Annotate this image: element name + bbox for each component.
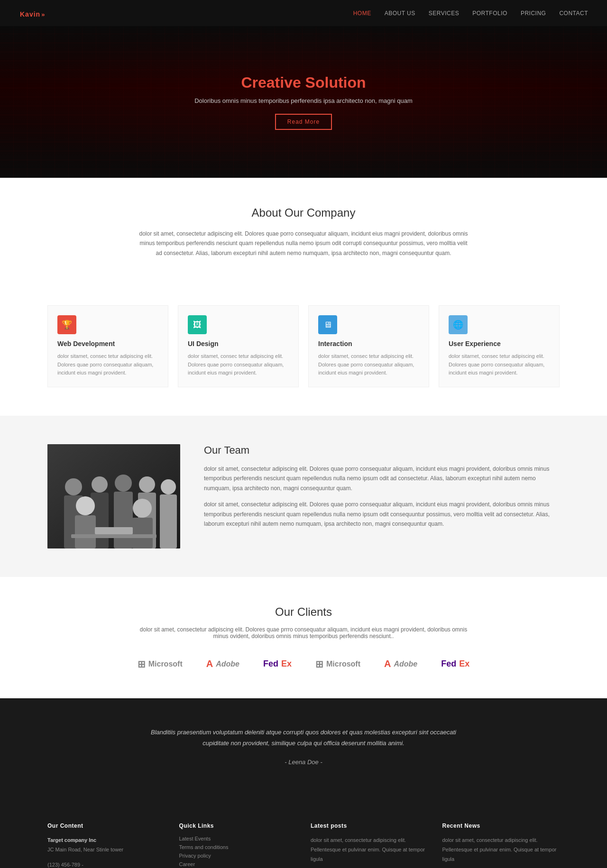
footer-link-career[interactable]: Career	[179, 861, 297, 867]
service-text-web: dolor sitamet, consec tetur adipiscing e…	[57, 352, 158, 377]
footer: Our Content Target company Inc JC Main R…	[0, 804, 607, 868]
svg-point-8	[139, 476, 155, 493]
clients-section: Our Clients dolor sit amet, consectetur …	[0, 577, 607, 698]
svg-point-2	[65, 478, 82, 495]
service-title-ui: UI Design	[188, 340, 289, 347]
client-microsoft-1: ⊞ Microsoft	[138, 658, 183, 670]
team-image	[47, 444, 180, 548]
services-grid: 🏆 Web Development dolor sitamet, consec …	[47, 305, 560, 387]
about-title: About Our Company	[66, 206, 541, 219]
footer-company-name: Target company Inc	[47, 837, 96, 843]
hero-content: Creative Solution Doloribus omnis minus …	[194, 74, 413, 130]
footer-col-content: Our Content Target company Inc JC Main R…	[47, 822, 165, 868]
testimonial-author: - Leena Doe -	[138, 757, 469, 767]
service-card-ux: 🌐 User Experience dolor sitarnet, consec…	[439, 305, 560, 387]
hero-subtitle: Doloribus omnis minus temporibus perfere…	[194, 97, 413, 104]
team-photo-svg	[47, 444, 180, 548]
nav-links: HOME ABOUT US SERVICES PORTFOLIO PRICING…	[353, 9, 588, 17]
testimonial-section: Blanditiis praesentium voluptatum deleni…	[0, 698, 607, 804]
client-fedex-2: FedEx	[441, 659, 469, 669]
footer-content-title: Our Content	[47, 822, 165, 829]
logo[interactable]: Kavin»	[19, 7, 45, 19]
clients-text: dolor sit amet, consectetur adipiscing e…	[138, 626, 469, 640]
service-card-interaction: 🖥 Interaction dolor sitamet, consec tetu…	[308, 305, 429, 387]
svg-point-6	[115, 475, 132, 492]
hero-title: Creative Solution	[194, 74, 413, 91]
svg-rect-13	[75, 515, 96, 548]
service-title-ux: User Experience	[449, 340, 550, 347]
svg-point-14	[133, 499, 152, 518]
footer-posts-title: Latest posts	[311, 822, 428, 829]
ui-design-icon: 🖼	[188, 315, 207, 334]
client-fedex-1: FedEx	[263, 659, 292, 669]
clients-logos: ⊞ Microsoft A Adobe FedEx ⊞ Microsoft A …	[47, 658, 560, 670]
service-text-ux: dolor sitarnet, consec tetur adipiscing …	[449, 352, 550, 377]
service-title-web: Web Development	[57, 340, 158, 347]
client-adobe-1: A Adobe	[206, 658, 239, 669]
testimonial-quote: Blanditiis praesentium voluptatum deleni…	[138, 727, 469, 749]
about-section: About Our Company dolor sit amet, consec…	[0, 178, 607, 286]
team-section: Our Team dolor sit amet, consectetur adi…	[0, 416, 607, 577]
svg-rect-7	[114, 492, 133, 548]
footer-quicklinks-title: Quick Links	[179, 822, 297, 829]
services-section: 🏆 Web Development dolor sitamet, consec …	[0, 286, 607, 416]
footer-col-posts: Latest posts dolor sit amet, consectetur…	[311, 822, 428, 868]
clients-title: Our Clients	[47, 605, 560, 619]
svg-rect-16	[71, 534, 156, 538]
nav-item-contact[interactable]: CONTACT	[559, 9, 588, 17]
hero-section: // This will be handled inline - just sh…	[0, 26, 607, 178]
read-more-button[interactable]: Read More	[275, 114, 332, 130]
nav-item-home[interactable]: HOME	[353, 9, 371, 17]
web-dev-icon: 🏆	[57, 315, 76, 334]
svg-point-4	[92, 476, 108, 493]
footer-link-terms[interactable]: Terms and conditions	[179, 844, 297, 850]
team-para2: dolor sit amet, consectetur adipiscing e…	[204, 500, 560, 529]
service-title-interaction: Interaction	[318, 340, 419, 347]
footer-news-title: Recent News	[442, 822, 560, 829]
service-text-ui: dolor sitamet, consec tetur adipiscing e…	[188, 352, 289, 377]
nav-item-portfolio[interactable]: PORTFOLIO	[472, 9, 507, 17]
footer-post-1: dolor sit amet, consectetur adipiscing e…	[311, 836, 428, 864]
about-text: dolor sit amet, consectetur adipiscing e…	[138, 229, 469, 258]
ux-icon: 🌐	[449, 315, 468, 334]
team-title: Our Team	[204, 444, 560, 457]
interaction-icon: 🖥	[318, 315, 337, 334]
svg-rect-15	[132, 518, 153, 548]
nav-item-about[interactable]: ABOUT US	[385, 9, 415, 17]
team-content: Our Team dolor sit amet, consectetur adi…	[204, 444, 560, 535]
footer-link-privacy[interactable]: Privacy policy	[179, 853, 297, 859]
footer-link-events[interactable]: Latest Events	[179, 836, 297, 841]
footer-phone: (123) 456-789 -	[47, 860, 165, 868]
service-card-ui: 🖼 UI Design dolor sitamet, consec tetur …	[178, 305, 299, 387]
footer-address: JC Main Road, Near Stinle tower	[47, 845, 165, 855]
footer-grid: Our Content Target company Inc JC Main R…	[47, 822, 560, 868]
service-card-web: 🏆 Web Development dolor sitamet, consec …	[47, 305, 168, 387]
client-adobe-2: A Adobe	[384, 658, 417, 669]
service-text-interaction: dolor sitamet, consec tetur adipiscing e…	[318, 352, 419, 377]
nav-item-pricing[interactable]: PRICING	[521, 9, 546, 17]
svg-point-10	[161, 479, 176, 494]
footer-col-news: Recent News dolor sit amet, consectetur …	[442, 822, 560, 868]
svg-rect-11	[160, 494, 177, 548]
nav-item-services[interactable]: SERVICES	[429, 9, 459, 17]
footer-col-links: Quick Links Latest Events Terms and cond…	[179, 822, 297, 868]
team-para1: dolor sit amet, consectetur adipiscing e…	[204, 464, 560, 493]
svg-rect-17	[95, 527, 133, 534]
navbar: Kavin» HOME ABOUT US SERVICES PORTFOLIO …	[0, 0, 607, 26]
footer-news-1: dolor sit amet, consectetur adipiscing e…	[442, 836, 560, 864]
svg-point-12	[76, 496, 95, 515]
client-microsoft-2: ⊞ Microsoft	[315, 658, 360, 670]
